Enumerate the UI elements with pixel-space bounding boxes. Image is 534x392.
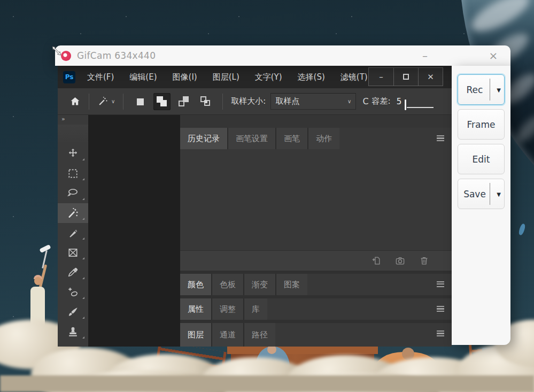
minimize-icon[interactable]: – [369,68,393,86]
gifcam-button[interactable]: Frame ▼ [458,109,505,140]
options-bar: ∨ 取样大小: 取样点 ∨ C 容差: 5 [58,88,452,115]
gifcam-title: GifCam 634x440 [77,50,156,61]
panel-tab[interactable]: 动作 [308,128,339,149]
menu-item[interactable]: 图像(I) [173,72,197,82]
figure-dark-arm [518,223,526,236]
properties-panel-tabstrip: 属性调整库 [180,298,452,320]
text-cursor-icon [405,99,406,110]
gifcam-button-panel: Rec ▼ Frame ▼ Edit ▼ Save ▼ [452,66,510,345]
layers-panel-tabstrip: 图层通道路径 [180,323,452,347]
panel-tab[interactable]: 色板 [212,274,243,295]
photoshop-logo-icon: Ps [63,71,75,83]
chevron-down-icon: ∨ [111,98,115,104]
frame-tool[interactable] [58,243,88,263]
subtract-from-selection-icon[interactable] [175,93,192,110]
tolerance-value: 5 [397,97,402,106]
photoshop-menubar: Ps 文件(F)编辑(E)图像(I)图层(L)文字(Y)选择(S)滤镜(T)3 … [58,66,452,88]
lasso-tool[interactable] [58,183,88,203]
tolerance-label: 容差: [372,96,391,106]
dropdown-arrow-icon[interactable]: ▼ [497,87,501,93]
gifcam-button-label: Frame [458,119,504,130]
move-tool[interactable] [58,144,88,164]
magic-wand-tool[interactable] [58,203,88,223]
panel-tab[interactable]: 通道 [212,323,243,347]
new-document-from-state-icon[interactable] [371,256,381,266]
panel-tab[interactable]: 路径 [244,323,275,347]
panels-column: 历史记录画笔设置画笔动作 颜色色板渐变图案 属性调整库 [180,115,452,347]
panel-menu-icon[interactable] [437,306,444,312]
divider [89,94,89,110]
tool-preset-magic-wand-icon[interactable]: ∨ [97,96,115,107]
tab-group: 颜色色板渐变图案 [180,274,307,295]
panel-tab[interactable]: 调整 [212,298,243,320]
divider [222,94,223,110]
history-panel-body [180,149,452,250]
tab-group: 属性调整库 [180,298,267,320]
selection-mode-group [131,93,214,110]
canvas-area [88,115,180,347]
eyedropper-tool[interactable] [58,263,88,282]
gifcam-minimize-button[interactable]: – [414,45,436,66]
sample-size-value: 取样点 [275,96,345,106]
gifcam-close-button[interactable]: × [482,45,505,66]
split-divider [490,79,490,101]
menu-list: 文件(F)编辑(E)图像(I)图层(L)文字(Y)选择(S)滤镜(T)3 [87,72,388,82]
panel-tab[interactable]: 画笔 [276,128,307,149]
brush-tool[interactable] [58,302,88,322]
snapshot-camera-icon[interactable] [395,256,405,266]
divider [123,94,123,110]
panel-tab[interactable]: 图案 [276,274,307,295]
intersect-selection-icon[interactable] [197,93,214,110]
cloud-base [0,375,534,392]
gifcam-button[interactable]: Save ▼ [458,179,505,209]
rectangular-marquee-tool[interactable] [58,164,88,183]
history-panel-footer [180,250,452,271]
menu-item[interactable]: 文字(Y) [255,72,282,82]
menu-item[interactable]: 选择(S) [298,72,325,82]
maximize-box-glyph [403,74,409,80]
panel-menu-icon[interactable] [437,281,444,287]
split-divider [490,183,490,205]
wood-beam [227,347,378,354]
panel-tab[interactable]: 历史记录 [180,128,227,149]
menu-item[interactable]: 图层(L) [213,72,239,82]
sample-size-label: 取样大小: [231,96,266,106]
dropdown-arrow-icon[interactable]: ▼ [497,191,501,197]
gifcam-button[interactable]: Rec ▼ [458,74,505,105]
history-panel-tabstrip: 历史记录画笔设置画笔动作 [180,128,452,149]
gifcam-titlebar[interactable]: GifCam 634x440 – × [55,45,510,66]
delete-trash-icon[interactable] [419,256,429,266]
new-selection-icon[interactable] [131,93,149,110]
panel-tab[interactable]: 渐变 [244,274,275,295]
panel-menu-icon[interactable] [437,135,444,141]
gifcam-button-list: Rec ▼ Frame ▼ Edit ▼ Save ▼ [452,74,510,209]
panel-tab[interactable]: 属性 [180,298,211,320]
clone-stamp-tool[interactable] [58,322,88,342]
gifcam-button[interactable]: Edit ▼ [458,144,505,174]
home-icon[interactable] [69,96,81,107]
panel-tab[interactable]: 画笔设置 [228,128,275,149]
panel-tab[interactable]: 库 [244,298,267,320]
sample-size-dropdown[interactable]: 取样点 ∨ [270,93,356,110]
add-to-selection-icon[interactable] [153,93,171,110]
panel-tab[interactable]: 颜色 [180,274,211,295]
menu-item[interactable]: 滤镜(T) [340,72,368,82]
color-panel-tabstrip: 颜色色板渐变图案 [180,274,452,295]
photoshop-body: » [58,115,452,347]
tab-group: 图层通道路径 [180,323,275,347]
menu-item[interactable]: 文件(F) [87,72,114,82]
tab-group: 历史记录画笔设置画笔动作 [180,128,339,149]
panel-menu-icon[interactable] [437,330,444,336]
healing-brush-tool[interactable] [58,282,88,302]
chevron-down-icon: ∨ [347,98,351,104]
sampling-ring-icon[interactable]: C [362,96,368,106]
panel-tab[interactable]: 图层 [180,323,211,347]
collapse-toolbar-icon[interactable]: » [58,115,88,125]
menu-item[interactable]: 编辑(E) [129,72,157,82]
tolerance-input[interactable] [407,95,434,108]
figure-head [402,348,414,360]
close-icon[interactable]: ✕ [418,68,443,86]
crop-slice-tool[interactable] [58,223,88,243]
maximize-icon[interactable] [393,68,418,86]
toolbar: » [58,115,88,347]
